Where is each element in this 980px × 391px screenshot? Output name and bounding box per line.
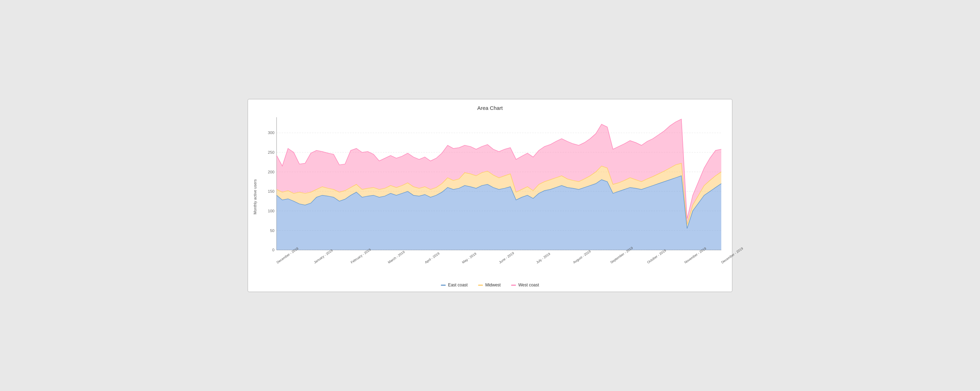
svg-text:150: 150 bbox=[268, 189, 274, 193]
legend-label-east-coast: East coast bbox=[448, 283, 468, 288]
legend-item-midwest: Midwest bbox=[478, 283, 501, 288]
chart-svg: 050100150200250300 bbox=[259, 114, 729, 260]
legend-label-midwest: Midwest bbox=[485, 283, 501, 288]
legend-color-midwest bbox=[478, 285, 483, 286]
legend-color-west-coast bbox=[511, 285, 516, 286]
legend-label-west-coast: West coast bbox=[518, 283, 539, 288]
chart-container: Area Chart Monthly active users 05010015… bbox=[248, 99, 732, 292]
svg-text:50: 50 bbox=[270, 228, 275, 233]
svg-text:100: 100 bbox=[268, 209, 274, 213]
chart-legend: East coast Midwest West coast bbox=[251, 280, 729, 288]
chart-body: Monthly active users 050100150200250300 … bbox=[251, 114, 729, 280]
x-axis-labels: December - 2018January - 2019February - … bbox=[259, 260, 729, 280]
svg-text:200: 200 bbox=[268, 170, 274, 174]
svg-text:0: 0 bbox=[272, 248, 274, 252]
y-axis-label: Monthly active users bbox=[251, 114, 259, 280]
svg-text:250: 250 bbox=[268, 150, 274, 154]
legend-item-west-coast: West coast bbox=[511, 283, 539, 288]
chart-title: Area Chart bbox=[251, 105, 729, 111]
legend-item-east-coast: East coast bbox=[441, 283, 468, 288]
chart-inner: 050100150200250300 December - 2018Januar… bbox=[259, 114, 729, 280]
svg-text:300: 300 bbox=[268, 131, 274, 135]
legend-color-east-coast bbox=[441, 285, 446, 286]
